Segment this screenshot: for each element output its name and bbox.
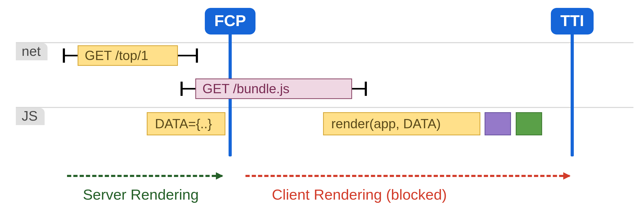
net-request-page-box: GET /top/1	[78, 45, 178, 66]
row-separator-top	[16, 42, 633, 43]
js-task-green	[516, 112, 542, 135]
phase-label-server: Server Rendering	[83, 186, 199, 203]
js-inline-data-box: DATA={..}	[147, 112, 225, 135]
arrow-head-icon	[216, 172, 223, 180]
net-request-page-cap-end	[196, 48, 198, 63]
net-request-bundle-cap-end	[365, 82, 367, 96]
phase-arrow-server	[67, 175, 222, 177]
marker-tti-pill: TTI	[551, 8, 594, 34]
net-request-bundle-box: GET /bundle.js	[195, 78, 352, 99]
marker-tti-line	[571, 29, 574, 156]
net-request-bundle: GET /bundle.js	[181, 78, 367, 99]
rendering-timeline-diagram: net JS FCP TTI GET /top/1 GET /bundle.js…	[0, 0, 644, 217]
js-task-purple	[485, 112, 511, 135]
net-request-page: GET /top/1	[63, 45, 198, 66]
row-label-js: JS	[16, 108, 45, 125]
net-request-bundle-cap-start	[181, 82, 183, 96]
phase-label-client: Client Rendering (blocked)	[272, 186, 447, 203]
row-label-net: net	[16, 43, 48, 60]
phase-arrow-client	[245, 175, 570, 177]
js-render-call-box: render(app, DATA)	[323, 112, 480, 135]
marker-fcp-pill: FCP	[205, 8, 255, 34]
net-request-page-cap-start	[63, 48, 65, 63]
arrow-head-icon	[563, 172, 571, 180]
row-separator-mid	[16, 107, 633, 108]
